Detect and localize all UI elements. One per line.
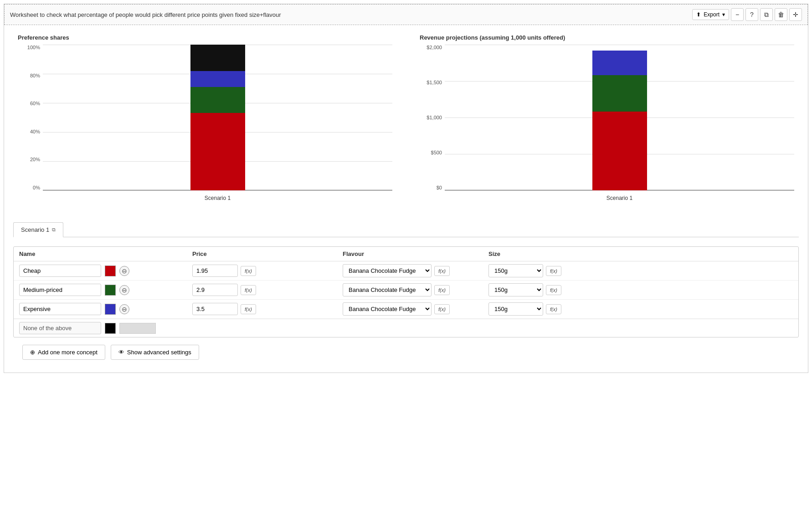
ry-label-2000: $2,000: [427, 45, 442, 50]
table-row: ⊖ f(x) Banana Chocolate Fudge f(x) 150g: [14, 300, 798, 319]
col-name: Name: [19, 250, 192, 257]
top-bar: Worksheet to check what percentage of pe…: [4, 4, 808, 25]
tab-bar: Scenario 1 ⧉: [13, 222, 799, 237]
name-input-expensive[interactable]: [19, 303, 101, 315]
y-label-20: 20%: [30, 157, 40, 162]
none-name-input: [19, 322, 101, 334]
rg-line-2000: [445, 45, 794, 45]
price-input-cheap[interactable]: [192, 265, 238, 277]
price-input-medium[interactable]: [192, 284, 238, 296]
ry-label-0: $0: [437, 185, 442, 190]
ry-label-1000: $1,000: [427, 115, 442, 120]
concept-table: Name Price Flavour Size ⊖ f(x) Ba: [13, 246, 799, 337]
grid-line-0: [43, 190, 392, 191]
fx-btn-medium-flavour[interactable]: f(x): [434, 285, 450, 295]
delete-button[interactable]: 🗑: [775, 8, 787, 21]
worksheet-title: Worksheet to check what percentage of pe…: [10, 11, 281, 18]
name-cell-medium: ⊖: [19, 284, 192, 296]
top-bar-actions: ⬆ Export ▾ − ? ⧉ 🗑 ✛: [692, 8, 802, 21]
show-advanced-button[interactable]: 👁 Show advanced settings: [111, 345, 199, 360]
fx-btn-cheap-price[interactable]: f(x): [241, 266, 256, 276]
price-cell-medium: f(x): [192, 284, 343, 296]
name-cell-expensive: ⊖: [19, 303, 192, 315]
remove-btn-cheap[interactable]: ⊖: [119, 266, 129, 276]
flavour-cell-expensive: Banana Chocolate Fudge f(x): [343, 302, 488, 316]
y-label-0: 0%: [33, 185, 40, 190]
y-label-40: 40%: [30, 129, 40, 134]
size-cell-expensive: 150g f(x): [488, 302, 634, 316]
flavour-select-medium[interactable]: Banana Chocolate Fudge: [343, 283, 432, 296]
copy-button[interactable]: ⧉: [760, 8, 773, 21]
eye-icon: 👁: [118, 349, 124, 356]
table-row: ⊖ f(x) Banana Chocolate Fudge f(x) 150g: [14, 261, 798, 281]
col-flavour: Flavour: [343, 250, 488, 257]
add-button[interactable]: ✛: [789, 8, 802, 21]
size-cell-cheap: 150g f(x): [488, 264, 634, 277]
flavour-cell-medium: Banana Chocolate Fudge f(x): [343, 283, 488, 296]
col-price: Price: [192, 250, 343, 257]
none-row: [14, 319, 798, 337]
bottom-actions: ⊕ Add one more concept 👁 Show advanced s…: [13, 337, 799, 363]
chevron-down-icon: ▾: [722, 11, 725, 18]
fx-btn-medium-size[interactable]: f(x): [546, 285, 561, 295]
revenue-bar-group: [592, 51, 647, 190]
preference-plot: Scenario 1: [43, 45, 392, 190]
preference-y-axis: 100% 80% 60% 40% 20% 0%: [18, 45, 43, 190]
remove-btn-medium[interactable]: ⊖: [119, 285, 129, 295]
none-color-swatch: [105, 323, 116, 334]
fx-btn-expensive-price[interactable]: f(x): [241, 304, 256, 314]
table-header: Name Price Flavour Size: [14, 247, 798, 261]
price-cell-cheap: f(x): [192, 265, 343, 277]
y-label-60: 60%: [30, 101, 40, 106]
bar-medium: [190, 87, 245, 113]
fx-btn-cheap-flavour[interactable]: f(x): [434, 266, 450, 276]
preference-bar-group: [190, 45, 245, 190]
size-cell-medium: 150g f(x): [488, 283, 634, 296]
scenarios-section: Scenario 1 ⧉ Name Price Flavour Size ⊖: [4, 218, 808, 373]
ry-label-500: $500: [431, 150, 442, 155]
none-color-right: [119, 323, 156, 334]
color-swatch-expensive[interactable]: [105, 304, 116, 315]
preference-chart-area: 100% 80% 60% 40% 20% 0%: [18, 45, 392, 209]
price-cell-expensive: f(x): [192, 303, 343, 315]
fx-btn-cheap-size[interactable]: f(x): [546, 266, 561, 276]
rg-line-0: [445, 190, 794, 191]
y-label-80: 80%: [30, 73, 40, 78]
fx-btn-expensive-size[interactable]: f(x): [546, 304, 561, 314]
tab-scenario1[interactable]: Scenario 1 ⧉: [13, 222, 63, 237]
export-icon: ⬆: [696, 11, 701, 18]
y-label-100: 100%: [27, 45, 40, 50]
size-select-cheap[interactable]: 150g: [488, 264, 543, 277]
rev-bar-expensive: [592, 51, 647, 75]
revenue-plot: Scenario 1: [445, 45, 794, 190]
export-label: Export: [704, 11, 719, 18]
fx-btn-expensive-flavour[interactable]: f(x): [434, 304, 450, 314]
revenue-x-label: Scenario 1: [606, 195, 632, 201]
name-input-medium[interactable]: [19, 284, 101, 296]
name-input-cheap[interactable]: [19, 265, 101, 277]
flavour-select-expensive[interactable]: Banana Chocolate Fudge: [343, 302, 432, 316]
size-select-medium[interactable]: 150g: [488, 283, 543, 296]
add-concept-button[interactable]: ⊕ Add one more concept: [22, 345, 105, 360]
export-button[interactable]: ⬆ Export ▾: [692, 9, 729, 20]
name-cell-cheap: ⊖: [19, 265, 192, 277]
color-swatch-cheap[interactable]: [105, 266, 116, 276]
rev-bar-cheap: [592, 112, 647, 190]
remove-btn-expensive[interactable]: ⊖: [119, 304, 129, 314]
bar-cheap: [190, 113, 245, 190]
color-swatch-medium[interactable]: [105, 285, 116, 296]
price-input-expensive[interactable]: [192, 303, 238, 315]
tab-copy-icon[interactable]: ⧉: [52, 227, 56, 233]
help-button[interactable]: ?: [745, 8, 758, 21]
ry-label-1500: $1,500: [427, 80, 442, 85]
flavour-select-cheap[interactable]: Banana Chocolate Fudge: [343, 264, 432, 277]
revenue-chart-title: Revenue projections (assuming 1,000 unit…: [420, 34, 794, 41]
col-size: Size: [488, 250, 634, 257]
size-select-expensive[interactable]: 150g: [488, 302, 543, 316]
minus-button[interactable]: −: [731, 8, 744, 21]
fx-btn-medium-price[interactable]: f(x): [241, 285, 256, 295]
revenue-y-axis: $2,000 $1,500 $1,000 $500 $0: [420, 45, 445, 190]
add-concept-label: Add one more concept: [38, 349, 98, 356]
table-row: ⊖ f(x) Banana Chocolate Fudge f(x) 150g: [14, 281, 798, 300]
tab-label: Scenario 1: [21, 226, 49, 233]
